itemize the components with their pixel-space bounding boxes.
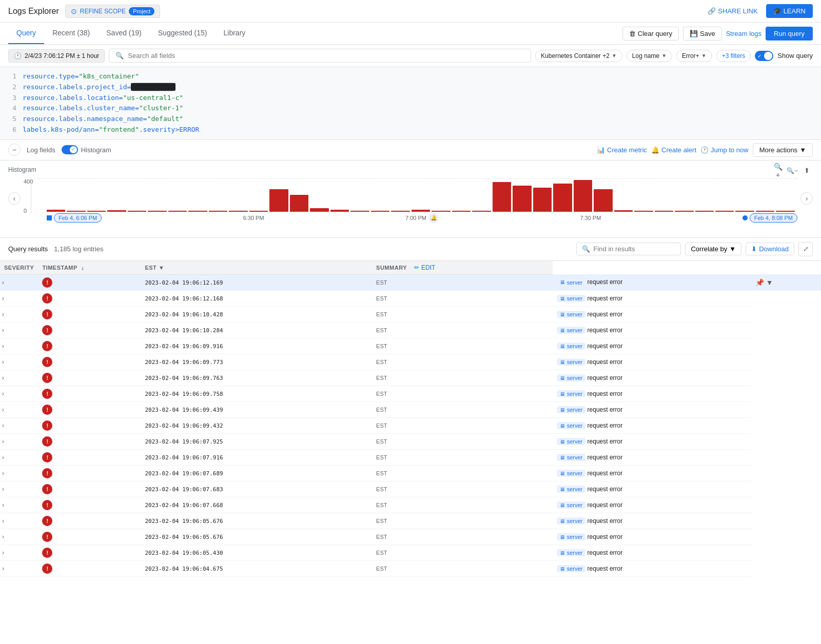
tab-query[interactable]: Query xyxy=(8,23,44,44)
stream-logs-button[interactable]: Stream logs xyxy=(726,30,761,37)
expand-row-button[interactable]: › xyxy=(2,343,4,350)
time-start-pill[interactable]: Feb 4, 6:06 PM xyxy=(54,213,102,223)
expand-row-button[interactable]: › xyxy=(2,549,4,556)
tab-saved[interactable]: Saved (19) xyxy=(98,23,149,44)
summary-text: request error xyxy=(588,565,623,572)
more-row-button[interactable]: ▼ xyxy=(766,278,773,287)
refine-scope-button[interactable]: ⊙ REFINE SCOPE Project xyxy=(65,5,161,18)
show-query-toggle[interactable]: ✓ xyxy=(755,51,773,61)
expand-row-button[interactable]: › xyxy=(2,486,4,493)
clear-query-button[interactable]: 🗑 Clear query xyxy=(622,27,679,41)
expand-row-button[interactable]: › xyxy=(2,517,4,525)
expand-row-button[interactable]: › xyxy=(2,279,4,286)
expand-row-button[interactable]: › xyxy=(2,390,4,397)
table-row: ›!2023-02-04 19:06:09.432EST🖥server requ… xyxy=(0,417,821,433)
timestamp-value: 2023-02-04 19:06:07.925 xyxy=(145,438,223,445)
results-count: 1,185 log entries xyxy=(54,245,103,253)
expand-row-button[interactable]: › xyxy=(2,454,4,461)
chevron-down-icon: ▼ xyxy=(612,53,617,58)
learn-button[interactable]: 🎓 LEARN xyxy=(766,4,813,18)
tab-suggested[interactable]: Suggested (15) xyxy=(150,23,216,44)
histogram-toggle[interactable] xyxy=(62,145,78,154)
results-actions: 🔍 Correlate by ▼ ⬇ Download ⤢ xyxy=(576,242,813,256)
save-button[interactable]: 💾 Save xyxy=(683,27,722,41)
log-fields-label: Log fields xyxy=(27,146,55,154)
histogram-label: Histogram xyxy=(81,146,111,154)
summary-text: request error xyxy=(588,374,623,381)
monitor-icon: 🖥 xyxy=(560,312,565,317)
col-header-timestamp[interactable]: TIMESTAMP ↓ xyxy=(38,261,141,275)
expand-histogram-button[interactable]: ⬆ xyxy=(800,165,813,177)
create-alert-button[interactable]: 🔔 Create alert xyxy=(651,146,696,154)
expand-row-button[interactable]: › xyxy=(2,374,4,381)
monitor-icon: 🖥 xyxy=(560,566,565,572)
expand-row-button[interactable]: › xyxy=(2,533,4,540)
download-button[interactable]: ⬇ Download xyxy=(746,243,794,255)
jump-to-now-button[interactable]: 🕐 Jump to now xyxy=(700,146,749,154)
expand-row-button[interactable]: › xyxy=(2,470,4,477)
query-line-2: 2 resource.labels.project_id=██████████ xyxy=(8,82,813,93)
log-fields-toggle-wrap: Log fields xyxy=(27,146,55,154)
chevron-down-icon: ▼ xyxy=(159,265,164,271)
summary-text: request error xyxy=(588,517,623,525)
zoom-in-button[interactable]: 🔍+ xyxy=(772,165,784,177)
y-axis-max: 400 xyxy=(24,178,33,185)
error-filter-chip[interactable]: Error+ ▼ xyxy=(676,50,712,62)
table-row: ›!2023-02-04 19:06:05.430EST🖥server requ… xyxy=(0,545,821,560)
source-chip: 🖥server xyxy=(557,517,586,525)
time-end-pill[interactable]: Feb 4, 8:08 PM xyxy=(750,213,797,223)
expand-row-button[interactable]: › xyxy=(2,327,4,334)
kubernetes-filter-chip[interactable]: Kubernetes Container +2 ▼ xyxy=(535,50,622,62)
more-filters-chip[interactable]: +3 filters xyxy=(716,50,751,62)
timezone-value: EST xyxy=(376,279,387,286)
expand-row-button[interactable]: › xyxy=(2,406,4,413)
bell-icon[interactable]: 🔔 xyxy=(428,213,439,223)
clock-icon: 🕐 xyxy=(700,146,709,154)
table-row: ›!2023-02-04 19:06:07.668EST🖥server requ… xyxy=(0,497,821,513)
source-chip: 🖥server xyxy=(557,406,586,413)
more-actions-button[interactable]: More actions ▼ xyxy=(753,143,813,157)
datetime-picker[interactable]: 🕐 2/4/23 7:06:12 PM ± 1 hour xyxy=(8,49,105,63)
timestamp-value: 2023-02-04 19:06:09.758 xyxy=(145,391,223,397)
run-query-button[interactable]: Run query xyxy=(766,27,813,41)
tab-library[interactable]: Library xyxy=(216,23,254,44)
col-header-tz[interactable]: EST ▼ xyxy=(141,261,372,275)
logname-filter-chip[interactable]: Log name ▼ xyxy=(627,50,672,62)
table-row: ›!2023-02-04 19:06:09.916EST🖥server requ… xyxy=(0,338,821,354)
search-input[interactable] xyxy=(128,52,524,59)
expand-row-button[interactable]: › xyxy=(2,311,4,318)
expand-row-button[interactable]: › xyxy=(2,295,4,302)
edit-summary-button[interactable]: ✏ EDIT xyxy=(414,264,435,271)
expand-results-button[interactable]: ⤢ xyxy=(798,242,813,256)
expand-row-button[interactable]: › xyxy=(2,422,4,429)
histogram-nav-right[interactable]: › xyxy=(800,192,813,205)
pin-button[interactable]: 📌 xyxy=(755,278,764,287)
timezone-value: EST xyxy=(376,438,387,445)
share-link-button[interactable]: 🔗 SHARE LINK xyxy=(708,7,757,15)
expand-row-button[interactable]: › xyxy=(2,501,4,509)
create-metric-button[interactable]: 📊 Create metric xyxy=(597,146,647,154)
timestamp-value: 2023-02-04 19:06:12.169 xyxy=(145,279,223,286)
monitor-icon: 🖥 xyxy=(560,391,565,397)
collapse-button[interactable]: − xyxy=(8,144,21,156)
zoom-out-button[interactable]: 🔍− xyxy=(786,165,798,177)
expand-row-button[interactable]: › xyxy=(2,358,4,366)
severity-badge: ! xyxy=(42,516,52,526)
timezone-value: EST xyxy=(376,311,387,317)
correlate-by-button[interactable]: Correlate by ▼ xyxy=(685,243,741,255)
results-tbody: ›!2023-02-04 19:06:12.169EST🖥server requ… xyxy=(0,274,821,576)
expand-row-button[interactable]: › xyxy=(2,438,4,445)
histogram-bar xyxy=(310,208,328,212)
timezone-value: EST xyxy=(376,295,387,301)
histogram-timeline: Feb 4, 6:06 PM 6:30 PM 7:00 PM 🔔 7:30 PM… xyxy=(24,212,797,223)
toggle-check-icon: ✓ xyxy=(757,53,761,59)
expand-row-button[interactable]: › xyxy=(2,565,4,572)
monitor-icon: 🖥 xyxy=(560,439,565,445)
timezone-value: EST xyxy=(376,359,387,365)
timestamp-value: 2023-02-04 19:06:12.168 xyxy=(145,295,223,302)
find-results-input[interactable] xyxy=(593,245,675,253)
y-axis-line xyxy=(31,178,31,214)
severity-badge: ! xyxy=(42,357,52,367)
tab-recent[interactable]: Recent (38) xyxy=(44,23,98,44)
monitor-icon: 🖥 xyxy=(560,375,565,381)
